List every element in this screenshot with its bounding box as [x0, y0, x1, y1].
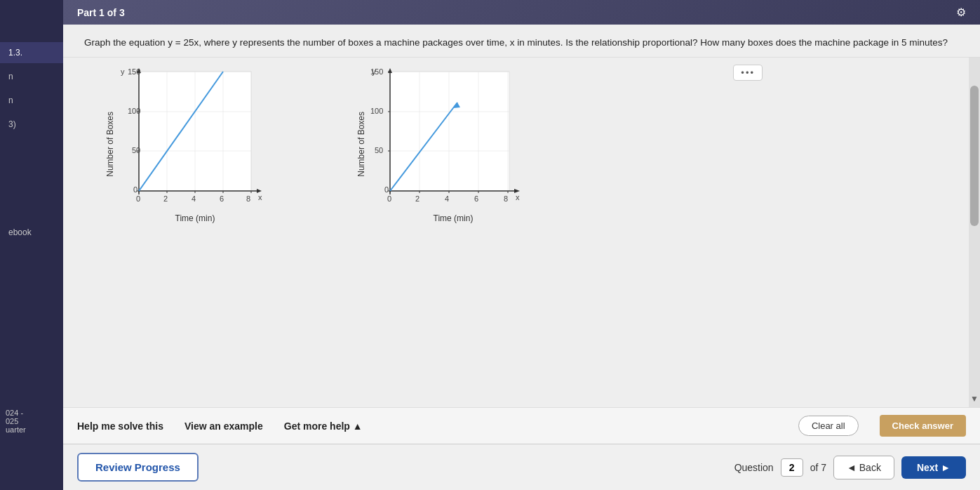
part-header: Part 1 of 3 ⚙ — [63, 0, 980, 25]
main-layout: 1.3. n n 3) ebook 024 - 025 uarter Part … — [0, 0, 980, 490]
question-area: Graph the equation y = 25x, where y repr… — [63, 25, 980, 58]
svg-text:150: 150 — [370, 67, 383, 76]
svg-text:100: 100 — [128, 107, 140, 115]
question-label: Question — [734, 462, 774, 473]
scrollbar-thumb[interactable] — [970, 86, 979, 226]
svg-text:4: 4 — [192, 194, 196, 203]
svg-text:0: 0 — [384, 185, 389, 194]
svg-marker-44 — [388, 68, 392, 73]
graph1-y-label: Number of Boxes — [105, 112, 115, 177]
sidebar-bottom-1: 024 - — [6, 409, 58, 417]
question-number: 2 — [781, 458, 803, 477]
graph1-x-label: Time (min) — [175, 213, 215, 223]
sidebar-item-label: 3) — [8, 119, 16, 129]
graph-2: Number of Boxes — [356, 65, 537, 223]
question-nav: Question 2 of 7 ◄ Back Next ► — [734, 456, 966, 479]
review-progress-button[interactable]: Review Progress — [77, 453, 199, 482]
svg-text:8: 8 — [246, 194, 250, 203]
svg-text:0: 0 — [387, 194, 391, 203]
dots-button[interactable]: ••• — [733, 65, 763, 81]
graph1-svg-container: y x 150 100 50 0 0 2 4 6 8 — [118, 65, 272, 223]
sidebar-item-1[interactable]: 1.3. — [0, 42, 63, 63]
svg-text:6: 6 — [474, 194, 478, 203]
svg-text:x: x — [258, 193, 262, 201]
back-button[interactable]: ◄ Back — [833, 456, 894, 479]
svg-text:4: 4 — [445, 194, 449, 203]
sidebar-item-2[interactable]: n — [0, 66, 63, 87]
graph2-x-label: Time (min) — [434, 213, 474, 223]
svg-text:6: 6 — [220, 194, 224, 203]
svg-text:y: y — [121, 67, 125, 76]
scrollbar[interactable]: ▼ — [969, 58, 980, 407]
sidebar-item-label: n — [8, 95, 13, 105]
graph-1: Number of Boxes — [105, 65, 272, 223]
graphs-container: ••• Number of Boxes — [63, 58, 980, 407]
svg-text:100: 100 — [370, 107, 383, 115]
svg-text:0: 0 — [133, 185, 137, 194]
svg-text:2: 2 — [415, 194, 419, 203]
svg-rect-33 — [390, 72, 509, 191]
graph2-y-label: Number of Boxes — [356, 112, 366, 177]
bottom-toolbar: Help me solve this View an example Get m… — [63, 407, 980, 444]
get-more-help-link[interactable]: Get more help ▲ — [284, 421, 363, 432]
sidebar-item-label: 1.3. — [8, 48, 22, 58]
svg-text:2: 2 — [163, 194, 168, 203]
svg-text:x: x — [516, 193, 520, 201]
gear-button[interactable]: ⚙ — [956, 6, 966, 19]
sidebar-item-ebook[interactable]: ebook — [0, 222, 63, 243]
help-me-solve-link[interactable]: Help me solve this — [77, 421, 163, 432]
svg-text:50: 50 — [132, 146, 140, 154]
graph2-svg-container: y x 150 100 50 0 0 2 4 6 8 — [369, 65, 537, 223]
svg-text:50: 50 — [375, 146, 383, 154]
sidebar-item-4[interactable]: 3) — [0, 114, 63, 135]
footer-nav: Review Progress Question 2 of 7 ◄ Back N… — [63, 444, 980, 490]
sidebar-item-label: ebook — [8, 227, 32, 237]
sidebar-bottom-3: uarter — [6, 425, 58, 434]
sidebar-item-label: n — [8, 72, 13, 81]
clear-all-button[interactable]: Clear all — [798, 416, 859, 436]
svg-text:0: 0 — [136, 194, 140, 203]
graph2-svg: y x 150 100 50 0 0 2 4 6 8 — [369, 65, 537, 212]
part-label: Part 1 of 3 — [77, 7, 125, 18]
question-text: Graph the equation y = 25x, where y repr… — [84, 36, 959, 50]
content-panel: Part 1 of 3 ⚙ Graph the equation y = 25x… — [63, 0, 980, 490]
check-answer-button[interactable]: Check answer — [880, 415, 966, 437]
view-example-link[interactable]: View an example — [184, 421, 263, 432]
question-total: of 7 — [810, 462, 826, 473]
left-sidebar: 1.3. n n 3) ebook 024 - 025 uarter — [0, 0, 63, 490]
sidebar-item-3[interactable]: n — [0, 90, 63, 111]
next-button[interactable]: Next ► — [901, 456, 966, 479]
graph1-svg: y x 150 100 50 0 0 2 4 6 8 — [118, 65, 272, 212]
svg-text:8: 8 — [504, 194, 508, 203]
sidebar-bottom-2: 025 — [6, 417, 58, 425]
